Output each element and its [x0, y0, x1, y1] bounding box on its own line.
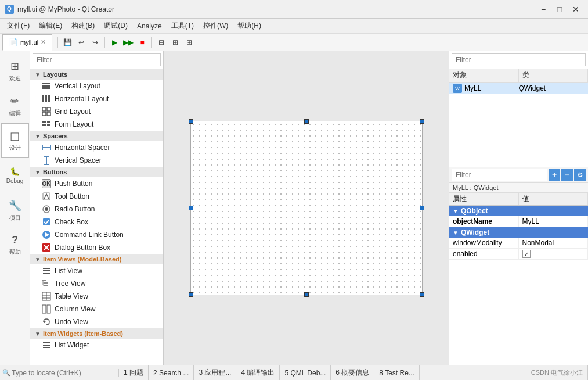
toolbar-separator2: [104, 37, 105, 48]
sidebar-tab-design[interactable]: ◫ 设计: [1, 123, 29, 158]
sidebar-tab-welcome[interactable]: ⊞ 欢迎: [1, 53, 29, 88]
maximize-button[interactable]: □: [552, 3, 567, 16]
menu-debug[interactable]: 调试(D): [99, 20, 132, 32]
buttons-group-header[interactable]: ▼ Buttons: [30, 167, 163, 177]
props-row-windowmodality[interactable]: windowModality NonModal: [449, 238, 588, 249]
toolbar-undo-btn[interactable]: ↩: [75, 36, 88, 49]
resize-handle-tc[interactable]: [304, 119, 309, 124]
menu-controls[interactable]: 控件(W): [199, 20, 233, 32]
tab-close-icon[interactable]: ✕: [41, 38, 46, 46]
edit-label: 编辑: [9, 109, 21, 117]
resize-handle-bc[interactable]: [304, 292, 309, 297]
toolbar-redo-btn[interactable]: ↪: [89, 36, 102, 49]
status-problems[interactable]: 1 问题: [119, 365, 149, 381]
resize-handle-ml[interactable]: [189, 206, 193, 210]
status-search[interactable]: 2 Search ...: [149, 365, 194, 381]
widget-item-grid-layout[interactable]: Grid Layout: [30, 105, 163, 118]
design-label: 设计: [9, 144, 21, 152]
sidebar-tab-debug[interactable]: 🐛 Debug: [1, 158, 29, 193]
widget-item-tool-button[interactable]: Tool Button: [30, 190, 163, 203]
widget-item-command-link-button[interactable]: Command Link Button: [30, 228, 163, 241]
resize-handle-br[interactable]: [420, 292, 424, 297]
item-views-label: Item Views (Model-Based): [43, 256, 122, 263]
widget-item-table-view[interactable]: Table View: [30, 290, 163, 303]
tool-button-icon: [42, 192, 51, 201]
menu-tools[interactable]: 工具(T): [167, 20, 199, 32]
item-widgets-group-header[interactable]: ▼ Item Widgets (Item-Based): [30, 328, 163, 339]
widget-item-push-button[interactable]: OK Push Button: [30, 177, 163, 190]
menu-build[interactable]: 构建(B): [67, 20, 99, 32]
status-compile[interactable]: 4 编译输出: [236, 365, 280, 381]
vertical-spacer-icon: [42, 156, 51, 165]
widget-item-horizontal-spacer[interactable]: Horizontal Spacer: [30, 141, 163, 154]
props-row-objectname[interactable]: objectName MyLL: [449, 216, 588, 227]
toolbar-save-btn[interactable]: 💾: [61, 36, 74, 49]
widget-item-check-box[interactable]: Check Box: [30, 216, 163, 228]
properties-panel: + − ⚙ MyLL : QWidget 属性 值 ▼ QObject obje…: [449, 167, 588, 365]
resize-handle-tr[interactable]: [420, 119, 424, 124]
resize-handle-mr[interactable]: [420, 206, 424, 210]
props-group-qwidget[interactable]: ▼ QWidget: [449, 227, 588, 238]
toolbar-run-btn[interactable]: ▶: [108, 36, 121, 49]
toolbar-align-left-btn[interactable]: ⊟: [155, 36, 168, 49]
widget-item-form-layout[interactable]: Form Layout: [30, 118, 163, 131]
item-widgets-label: Item Widgets (Item-Based): [43, 330, 123, 337]
menu-analyze[interactable]: Analyze: [132, 21, 167, 31]
sidebar-tab-help[interactable]: ? 帮助: [1, 228, 29, 263]
props-toolbar: + − ⚙: [449, 167, 588, 183]
widget-item-horizontal-layout[interactable]: Horizontal Layout: [30, 92, 163, 105]
props-gear-btn[interactable]: ⚙: [574, 169, 586, 181]
toolbar-debug-run-btn[interactable]: ▶▶: [122, 36, 135, 49]
toolbar-stop-btn[interactable]: ■: [136, 36, 149, 49]
canvas-inner[interactable]: [164, 51, 449, 365]
undo-view-icon: [42, 317, 51, 327]
widget-item-dialog-button-box[interactable]: Dialog Button Box: [30, 241, 163, 254]
enabled-checkbox[interactable]: ✓: [522, 250, 531, 258]
grid-layout-icon: [42, 107, 51, 116]
design-canvas[interactable]: [190, 121, 423, 295]
widget-item-column-view[interactable]: Column View: [30, 303, 163, 316]
toolbar: 📄 myll.ui ✕ 💾 ↩ ↪ ▶ ▶▶ ■ ⊟ ⊞ ⊞: [0, 34, 588, 51]
canvas-dots: [191, 121, 422, 295]
svg-rect-11: [47, 121, 50, 123]
widget-item-undo-view[interactable]: Undo View: [30, 316, 163, 328]
layouts-group-header[interactable]: ▼ Layouts: [30, 69, 163, 80]
menu-file[interactable]: 文件(F): [2, 20, 34, 32]
item-views-arrow: ▼: [35, 256, 41, 263]
resize-handle-bl[interactable]: [189, 292, 193, 297]
object-tree-row[interactable]: W MyLL QWidget: [449, 83, 588, 94]
status-general[interactable]: 6 概要信息: [331, 365, 374, 381]
close-button[interactable]: ✕: [568, 3, 583, 16]
widget-item-vertical-layout[interactable]: Vertical Layout: [30, 80, 163, 92]
sidebar-tab-edit[interactable]: ✏ 编辑: [1, 88, 29, 123]
props-group-qobject[interactable]: ▼ QObject: [449, 206, 588, 216]
spacers-group-header[interactable]: ▼ Spacers: [30, 131, 163, 141]
props-row-enabled[interactable]: enabled ✓: [449, 249, 588, 260]
status-qml[interactable]: 5 QML Deb...: [280, 365, 331, 381]
widget-item-vertical-spacer[interactable]: Vertical Spacer: [30, 154, 163, 167]
widget-item-radio-button[interactable]: Radio Button: [30, 203, 163, 216]
toolbar-grid-btn[interactable]: ⊞: [183, 36, 196, 49]
status-app[interactable]: 3 应用程...: [194, 365, 236, 381]
widget-item-list-view[interactable]: List View: [30, 264, 163, 277]
open-file-tab[interactable]: 📄 myll.ui ✕: [2, 34, 52, 51]
resize-handle-tl[interactable]: [189, 119, 193, 124]
item-views-group-header[interactable]: ▼ Item Views (Model-Based): [30, 254, 163, 264]
minimize-button[interactable]: −: [536, 3, 551, 16]
props-filter-input[interactable]: [452, 169, 547, 181]
menu-help[interactable]: 帮助(H): [233, 20, 266, 32]
toolbar-align-right-btn[interactable]: ⊞: [169, 36, 182, 49]
widget-filter-input[interactable]: [33, 53, 161, 66]
object-filter-input[interactable]: [452, 53, 586, 66]
status-test[interactable]: 8 Test Re...: [374, 365, 419, 381]
widget-item-tree-view[interactable]: Tree View: [30, 277, 163, 290]
props-remove-btn[interactable]: −: [561, 169, 573, 181]
help-label: 帮助: [9, 248, 21, 256]
locate-input[interactable]: [12, 369, 116, 377]
menu-edit[interactable]: 编辑(E): [34, 20, 67, 32]
push-button-label: Push Button: [55, 180, 92, 188]
list-view-icon: [42, 266, 51, 275]
widget-item-list-widget[interactable]: List Widget: [30, 339, 163, 352]
sidebar-tab-project[interactable]: 🔧 项目: [1, 193, 29, 228]
props-add-btn[interactable]: +: [549, 169, 560, 181]
